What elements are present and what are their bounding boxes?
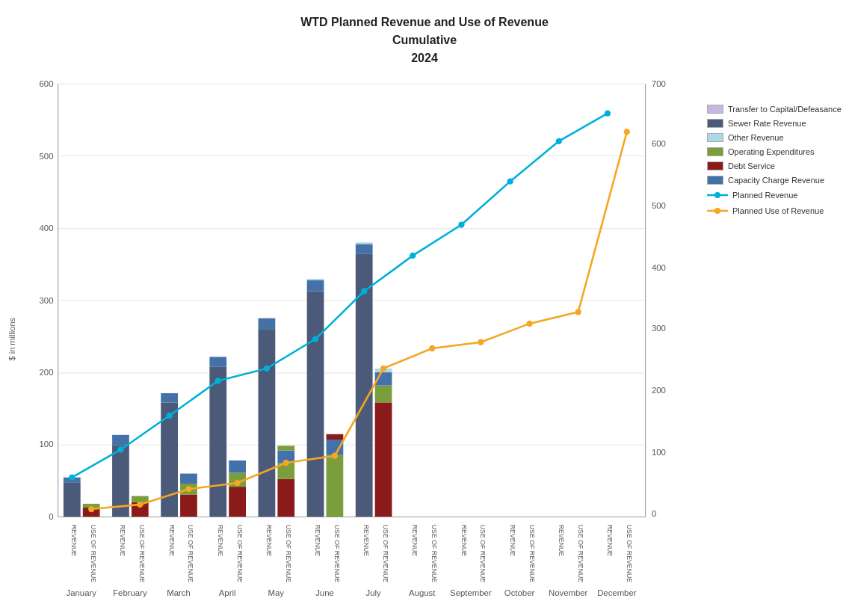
planned-revenue-dot-feb — [117, 446, 123, 452]
month-feb: February — [113, 588, 147, 597]
apr-use-label: USE OF REVENUE — [236, 525, 244, 583]
may-rev-label: REVENUE — [265, 525, 273, 557]
legend-label: Operating Expenditures — [728, 147, 815, 156]
y-right-500: 500 — [652, 201, 666, 210]
planned-use-dot-feb — [137, 502, 143, 508]
planned-use-dot-jun — [332, 453, 338, 459]
legend-color-box — [707, 147, 723, 156]
apr-revenue-sewer — [209, 367, 226, 517]
legend-label: Capacity Charge Revenue — [728, 176, 824, 185]
y-left-600: 600 — [40, 79, 54, 88]
legend-item: Planned Use of Revenue — [707, 206, 842, 216]
dec-use-label: USE OF REVENUE — [626, 525, 633, 583]
jun-revenue-capacity — [307, 280, 324, 291]
legend-color-box — [707, 176, 723, 185]
y-right-200: 200 — [652, 386, 666, 395]
oct-use-label: USE OF REVENUE — [528, 525, 536, 583]
planned-use-dot-nov — [575, 309, 581, 315]
month-dec: December — [597, 588, 637, 597]
nov-use-label: USE OF REVENUE — [577, 525, 584, 583]
aug-use-label: USE OF REVENUE — [430, 525, 438, 583]
jul-revenue-capacity — [356, 244, 373, 253]
mar-rev-label: REVENUE — [168, 525, 176, 557]
planned-revenue-dot-aug — [410, 253, 416, 259]
y-left-400: 400 — [40, 224, 54, 232]
planned-use-dot-oct — [526, 321, 532, 327]
feb-use-label: USE OF REVENUE — [138, 525, 146, 583]
jul-rev-label: REVENUE — [362, 525, 370, 557]
nov-rev-label: REVENUE — [558, 525, 565, 557]
aug-rev-label: REVENUE — [411, 525, 419, 557]
y-axis-label: $ in millions — [7, 318, 16, 360]
title-line2: Cumulative — [7, 31, 842, 49]
svg-point-3 — [714, 208, 720, 214]
planned-use-dot-mar — [185, 486, 191, 492]
planned-revenue-dot-mar — [166, 413, 172, 419]
planned-use-dot-sep — [478, 339, 484, 345]
apr-rev-label: REVENUE — [217, 525, 224, 557]
sep-use-label: USE OF REVENUE — [479, 525, 487, 583]
y-left-500: 500 — [40, 152, 54, 161]
apr-use-capacity — [229, 461, 246, 473]
y-right-0: 0 — [652, 509, 656, 518]
legend-color-box — [707, 119, 723, 128]
oct-rev-label: REVENUE — [509, 525, 516, 557]
planned-use-dot-jul — [380, 366, 386, 372]
jul-use-label: USE OF REVENUE — [382, 525, 389, 583]
chart-container: WTD Planned Revenue and Use of Revenue C… — [0, 0, 849, 616]
month-sep: September — [450, 588, 492, 597]
month-apr: April — [219, 588, 236, 597]
planned-revenue-dot-sep — [458, 221, 464, 227]
legend-color-box — [707, 161, 723, 170]
feb-revenue-capacity — [112, 435, 129, 445]
apr-revenue-capacity — [209, 357, 226, 366]
chart-svg-area: 600 500 400 300 200 100 0 700 600 500 40… — [19, 75, 700, 603]
planned-use-dot-apr — [234, 480, 240, 486]
legend-item: Operating Expenditures — [707, 147, 842, 156]
legend-label: Transfer to Capital/Defeasance — [728, 105, 842, 114]
month-oct: October — [504, 588, 535, 597]
planned-revenue-dot-oct — [507, 178, 513, 184]
legend-item: Transfer to Capital/Defeasance — [707, 105, 842, 114]
legend-label: Debt Service — [728, 161, 775, 170]
legend-label: Sewer Rate Revenue — [728, 119, 806, 128]
jun-use-debt — [327, 434, 344, 440]
legend-item: Planned Revenue — [707, 190, 842, 200]
may-revenue-sewer — [259, 329, 276, 517]
feb-rev-label: REVENUE — [119, 525, 126, 557]
y-right-600: 600 — [652, 139, 666, 148]
may-use-label: USE OF REVENUE — [285, 525, 292, 583]
y-right-300: 300 — [652, 324, 666, 333]
jun-rev-label: REVENUE — [314, 525, 321, 557]
month-may: May — [268, 588, 285, 597]
jul-revenue-other — [356, 242, 373, 244]
legend-label: Planned Revenue — [732, 191, 797, 200]
sep-rev-label: REVENUE — [460, 525, 468, 557]
legend-line-box — [707, 206, 728, 216]
month-aug: August — [409, 588, 436, 597]
planned-revenue-dot-dec — [605, 110, 611, 116]
chart-svg: 600 500 400 300 200 100 0 700 600 500 40… — [19, 75, 700, 603]
y-left-0: 0 — [49, 512, 53, 521]
y-left-200: 200 — [40, 368, 54, 377]
planned-revenue-dot-jan — [69, 475, 75, 481]
y-axis-left-area: $ in millions — [7, 75, 19, 603]
title-line3: 2024 — [7, 49, 842, 67]
y-right-700: 700 — [652, 79, 666, 88]
planned-revenue-dot-may — [264, 366, 270, 372]
month-jun: June — [315, 588, 334, 597]
planned-revenue-dot-nov — [556, 138, 562, 144]
y-left-100: 100 — [40, 440, 54, 449]
chart-legend: Transfer to Capital/DefeasanceSewer Rate… — [700, 75, 842, 603]
legend-label: Other Revenue — [728, 133, 784, 142]
jul-use-debt — [375, 402, 392, 517]
legend-item: Debt Service — [707, 161, 842, 170]
y-right-100: 100 — [652, 448, 666, 457]
mar-use-label: USE OF REVENUE — [187, 525, 194, 583]
jan-revenue-sewer — [64, 483, 81, 517]
mar-use-debt — [180, 494, 197, 517]
legend-label: Planned Use of Revenue — [732, 206, 824, 215]
legend-item: Sewer Rate Revenue — [707, 119, 842, 128]
month-jan: January — [67, 588, 97, 597]
feb-use-opex — [132, 496, 149, 502]
